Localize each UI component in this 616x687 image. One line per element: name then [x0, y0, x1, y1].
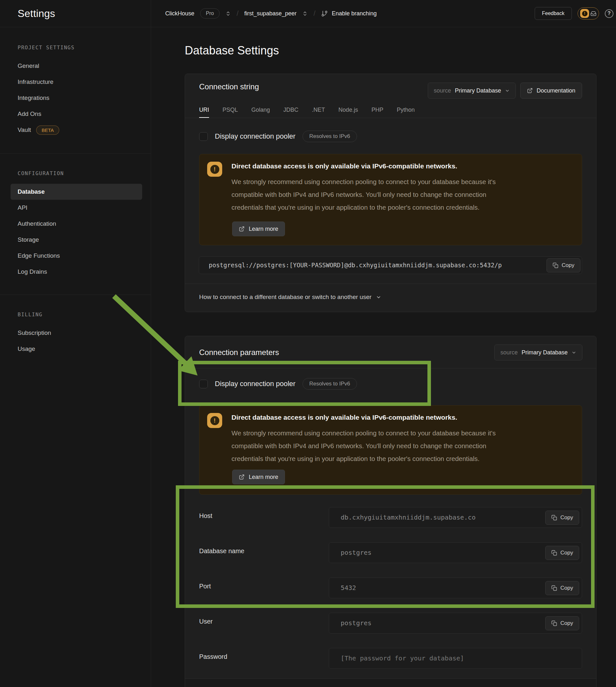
connection-string-header: Connection string source Primary Databas… — [185, 74, 596, 118]
database-name-row: Database name postgres Copy — [185, 542, 596, 563]
port-row: Port 5432 Copy — [185, 577, 596, 598]
sidebar-divider — [0, 294, 151, 295]
plan-badge: Pro — [200, 8, 220, 19]
port-field[interactable]: 5432 Copy — [329, 577, 582, 598]
chevron-up-down-icon[interactable] — [225, 11, 231, 16]
sidebar-item-usage[interactable]: Usage — [10, 341, 142, 357]
sidebar-item-api[interactable]: API — [10, 200, 142, 216]
inbox-icon — [590, 10, 596, 17]
card-footer-strip — [185, 678, 596, 687]
display-connection-pooler-checkbox[interactable] — [199, 132, 208, 141]
copy-icon — [551, 585, 557, 591]
display-connection-pooler-checkbox[interactable] — [199, 380, 208, 388]
section-header-billing: BILLING — [0, 306, 151, 323]
breadcrumb-separator: / — [313, 9, 315, 18]
breadcrumb-project[interactable]: first_supabase_peer — [244, 10, 296, 17]
sidebar-item-log-drains[interactable]: Log Drains — [10, 264, 142, 280]
copy-icon — [551, 550, 557, 556]
sidebar-item-storage[interactable]: Storage — [10, 232, 142, 248]
help-icon[interactable]: ? — [605, 9, 613, 18]
git-branch-icon — [321, 10, 328, 17]
copy-uri-button[interactable]: Copy — [547, 258, 580, 272]
beta-badge: BETA — [36, 126, 59, 135]
sidebar-item-add-ons[interactable]: Add Ons — [10, 106, 142, 122]
sidebar-divider — [0, 153, 151, 154]
connection-string-card: Connection string source Primary Databas… — [185, 74, 596, 312]
source-select[interactable]: source Primary Database — [494, 345, 582, 360]
sidebar-item-vault[interactable]: Vault BETA — [10, 122, 142, 138]
user-field[interactable]: postgres Copy — [329, 613, 582, 634]
settings-sidebar: PROJECT SETTINGS General Infrastructure … — [0, 27, 151, 687]
tab-uri[interactable]: URI — [199, 102, 209, 118]
tab-golang[interactable]: Golang — [251, 102, 270, 118]
feedback-button[interactable]: Feedback — [535, 7, 572, 20]
pooler-toggle-row: Display connection pooler Resolves to IP… — [199, 127, 357, 146]
warning-icon: ! — [207, 413, 222, 428]
learn-more-button[interactable]: Learn more — [232, 222, 285, 236]
sidebar-item-authentication[interactable]: Authentication — [10, 216, 142, 232]
notifications-button[interactable]: ! — [577, 7, 599, 20]
chevron-down-icon — [376, 294, 381, 300]
tab-nodejs[interactable]: Node.js — [338, 102, 358, 118]
source-select[interactable]: source Primary Database — [428, 83, 516, 98]
external-link-icon — [239, 474, 245, 480]
connection-parameters-header: Connection parameters source Primary Dat… — [185, 336, 596, 369]
ipv6-warning-banner: ! Direct database access is only availab… — [199, 405, 582, 494]
connection-string-heading: Connection string — [199, 82, 259, 91]
tab-python[interactable]: Python — [397, 102, 415, 118]
host-field[interactable]: db.cxhygiuitamxhniiddjm.supabase.co Copy — [329, 507, 582, 528]
database-name-field[interactable]: postgres Copy — [329, 542, 582, 563]
page-title-settings: Settings — [18, 8, 55, 20]
copy-port-button[interactable]: Copy — [545, 581, 579, 595]
sidebar-item-general[interactable]: General — [10, 58, 142, 74]
breadcrumb: ClickHouse Pro / first_supabase_peer / E… — [151, 0, 535, 27]
connection-uri-value: postgresql://postgres:[YOUR-PASSWORD]@db… — [199, 257, 538, 274]
connection-parameters-card: Connection parameters source Primary Dat… — [185, 336, 596, 687]
copy-user-button[interactable]: Copy — [545, 616, 579, 630]
top-header: Settings ClickHouse Pro / first_supabase… — [0, 0, 616, 27]
sidebar-item-subscription[interactable]: Subscription — [10, 325, 142, 341]
pooler-toggle-row: Display connection pooler Resolves to IP… — [199, 375, 357, 393]
copy-database-name-button[interactable]: Copy — [545, 546, 579, 560]
warning-icon: ! — [207, 162, 222, 177]
chevron-down-icon — [505, 88, 510, 93]
breadcrumb-org[interactable]: ClickHouse — [165, 10, 194, 17]
password-row: Password [The password for your database… — [185, 648, 596, 669]
sidebar-item-database[interactable]: Database — [10, 184, 142, 200]
tab-dotnet[interactable]: .NET — [312, 102, 325, 118]
ipv6-warning-banner: ! Direct database access is only availab… — [199, 154, 582, 245]
learn-more-button[interactable]: Learn more — [232, 470, 285, 484]
copy-icon — [551, 515, 557, 520]
sidebar-item-infrastructure[interactable]: Infrastructure — [10, 74, 142, 90]
app-screen: Settings ClickHouse Pro / first_supabase… — [0, 0, 616, 687]
chevron-up-down-icon[interactable] — [302, 11, 308, 16]
user-row: User postgres Copy — [185, 613, 596, 634]
copy-icon — [551, 620, 557, 626]
connection-parameters-heading: Connection parameters — [199, 348, 279, 357]
sidebar-item-integrations[interactable]: Integrations — [10, 90, 142, 106]
sidebar-item-edge-functions[interactable]: Edge Functions — [10, 248, 142, 264]
password-field[interactable]: [The password for your database] — [329, 648, 582, 669]
breadcrumb-separator: / — [237, 9, 239, 18]
connection-string-footer: How to connect to a different database o… — [185, 284, 596, 312]
section-header-project-settings: PROJECT SETTINGS — [0, 39, 151, 56]
header-title-area: Settings — [0, 0, 151, 27]
copy-host-button[interactable]: Copy — [545, 511, 579, 525]
documentation-button[interactable]: Documentation — [520, 83, 582, 98]
switch-database-expander[interactable]: How to connect to a different database o… — [199, 293, 381, 301]
main-content: Database Settings Connection string sour… — [151, 27, 616, 687]
page-heading: Database Settings — [185, 44, 279, 57]
tab-php[interactable]: PHP — [371, 102, 383, 118]
copy-icon — [553, 263, 558, 268]
external-link-icon — [527, 88, 533, 93]
resolves-to-ipv6-badge: Resolves to IPv6 — [303, 378, 357, 390]
host-row: Host db.cxhygiuitamxhniiddjm.supabase.co… — [185, 507, 596, 528]
header-actions: Feedback ! ? — [535, 0, 616, 27]
tab-jdbc[interactable]: JDBC — [283, 102, 299, 118]
section-header-configuration: CONFIGURATION — [0, 165, 151, 181]
tab-psql[interactable]: PSQL — [222, 102, 238, 118]
connection-string-tabs: URI PSQL Golang JDBC .NET Node.js PHP Py… — [199, 102, 415, 118]
enable-branching-button[interactable]: Enable branching — [321, 10, 376, 17]
connection-uri-field[interactable]: postgresql://postgres:[YOUR-PASSWORD]@db… — [199, 257, 582, 274]
enable-branching-label: Enable branching — [332, 10, 376, 17]
